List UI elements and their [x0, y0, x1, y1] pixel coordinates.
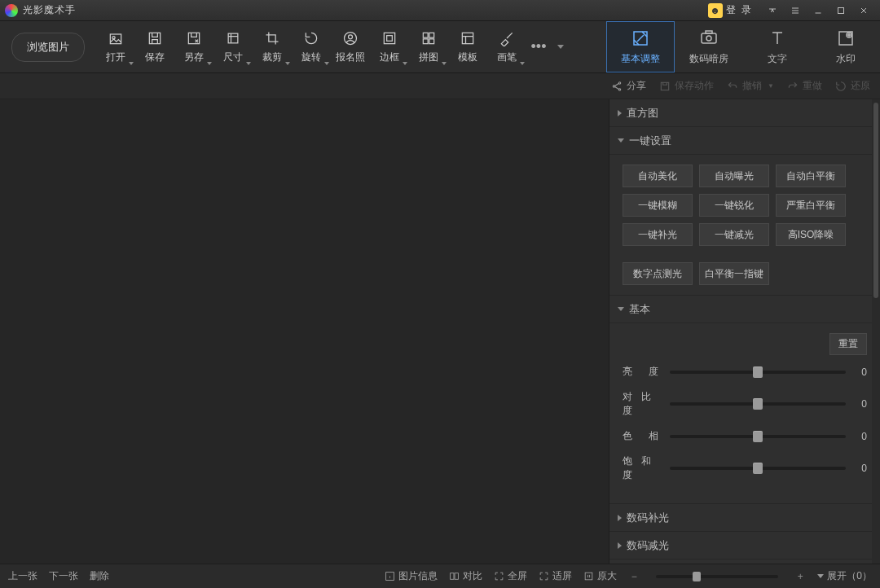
close-button[interactable]: [852, 2, 875, 19]
slider-色　相: 色 相0: [623, 429, 867, 443]
reset-button[interactable]: 重置: [829, 333, 867, 355]
minimize-button[interactable]: [807, 2, 829, 19]
app-title: 光影魔术手: [23, 3, 76, 17]
fullscreen-button[interactable]: 全屏: [494, 569, 527, 583]
svg-rect-27: [455, 573, 458, 580]
svg-rect-14: [462, 33, 473, 43]
toolbar-size-button[interactable]: 尺寸: [213, 24, 253, 70]
svg-rect-9: [387, 36, 393, 42]
slider-value: 0: [854, 431, 867, 442]
toolbar-open-button[interactable]: 打开: [96, 24, 135, 70]
svg-rect-0: [838, 7, 844, 13]
toolbar-more-button[interactable]: •••: [526, 38, 551, 55]
rotate-icon: [302, 29, 320, 47]
section-reduce-light[interactable]: 数码减光: [609, 532, 880, 559]
zoom-out-button[interactable]: −: [628, 571, 640, 582]
basic-tab-icon: [630, 28, 651, 49]
oneclick-严重白平衡-button[interactable]: 严重白平衡: [776, 194, 846, 217]
maximize-button[interactable]: [829, 2, 852, 19]
dropdown-icon[interactable]: [784, 2, 807, 19]
browse-images-button[interactable]: 浏览图片: [11, 33, 85, 62]
delete-button[interactable]: 删除: [90, 569, 109, 583]
toolbar-template-button[interactable]: 模板: [448, 24, 487, 70]
canvas-area[interactable]: [0, 99, 609, 564]
section-oneclick[interactable]: 一键设置: [609, 127, 880, 155]
toolbar-more-arrow-icon[interactable]: [551, 45, 570, 49]
slider-thumb[interactable]: [753, 463, 763, 474]
slider-对 比 度: 对 比 度0: [623, 390, 867, 418]
oneclick-一键减光-button[interactable]: 一键减光: [699, 223, 769, 246]
slider-亮　度: 亮 度0: [623, 365, 867, 379]
image-info-button[interactable]: 图片信息: [385, 569, 438, 583]
svg-rect-3: [149, 33, 160, 43]
redo-button: 重做: [787, 79, 822, 93]
panel-scrollbar[interactable]: [872, 99, 880, 564]
brush-icon: [498, 29, 516, 47]
oneclick-数字点测光-button[interactable]: 数字点测光: [623, 262, 693, 285]
main-toolbar: 浏览图片 打开保存另存尺寸裁剪旋转报名照边框拼图模板画笔 ••• 基本调整数码暗…: [0, 21, 880, 73]
slider-thumb[interactable]: [753, 398, 763, 410]
revert-button: 还原: [835, 79, 870, 93]
expand-panel-button[interactable]: 展开（0）: [817, 569, 872, 583]
login-face-icon[interactable]: ☻: [708, 3, 723, 18]
toolbar-rotate-button[interactable]: 旋转: [292, 24, 331, 70]
login-button[interactable]: 登 录: [726, 3, 753, 17]
svg-rect-11: [429, 33, 434, 37]
tab-text[interactable]: 文字: [743, 21, 812, 72]
prev-image-button[interactable]: 上一张: [8, 569, 37, 583]
slider-label: 饱 和 度: [623, 454, 662, 482]
settings-menu-icon[interactable]: [761, 2, 784, 19]
next-image-button[interactable]: 下一张: [49, 569, 78, 583]
tab-watermark[interactable]: 水印: [812, 21, 880, 72]
share-button[interactable]: 分享: [611, 79, 646, 93]
right-tab-strip: 基本调整数码暗房文字水印: [606, 21, 880, 72]
svg-rect-5: [228, 33, 238, 43]
dropdown-arrow-icon: [324, 62, 329, 65]
slider-thumb[interactable]: [753, 431, 763, 442]
toolbar-idphoto-button[interactable]: 报名照: [331, 24, 370, 70]
dropdown-arrow-icon: [246, 62, 251, 65]
toolbar-saveas-button[interactable]: 另存: [174, 24, 213, 70]
toolbar-save-button[interactable]: 保存: [135, 24, 174, 70]
compare-button[interactable]: 对比: [449, 569, 482, 583]
original-size-button[interactable]: 原大: [583, 569, 617, 583]
svg-rect-13: [429, 39, 434, 44]
section-fill-light[interactable]: 数码补光: [609, 504, 880, 532]
slider-label: 对 比 度: [623, 390, 662, 418]
toolbar-crop-button[interactable]: 裁剪: [253, 24, 292, 70]
zoom-in-button[interactable]: +: [794, 571, 806, 582]
slider-track[interactable]: [670, 371, 846, 374]
oneclick-白平衡一指键-button[interactable]: 白平衡一指键: [699, 262, 769, 285]
svg-point-22: [613, 85, 614, 86]
oneclick-body: 自动美化自动曝光自动白平衡一键模糊一键锐化严重白平衡一键补光一键减光高ISO降噪…: [609, 155, 880, 296]
zoom-slider[interactable]: [656, 575, 778, 578]
save-icon: [146, 29, 164, 47]
oneclick-一键锐化-button[interactable]: 一键锐化: [699, 194, 769, 217]
slider-track[interactable]: [670, 467, 846, 470]
tab-basic[interactable]: 基本调整: [606, 21, 675, 72]
toolbar-border-button[interactable]: 边框: [370, 24, 409, 70]
open-icon: [107, 29, 125, 47]
oneclick-高ISO降噪-button[interactable]: 高ISO降噪: [776, 223, 846, 246]
dropdown-arrow-icon: [129, 62, 134, 65]
slider-track[interactable]: [670, 435, 846, 438]
oneclick-一键补光-button[interactable]: 一键补光: [623, 223, 693, 246]
oneclick-自动白平衡-button[interactable]: 自动白平衡: [776, 165, 846, 187]
fit-screen-button[interactable]: 适屏: [539, 569, 572, 583]
toolbar-collage-button[interactable]: 拼图: [409, 24, 448, 70]
oneclick-一键模糊-button[interactable]: 一键模糊: [623, 194, 693, 217]
toolbar-brush-button[interactable]: 画笔: [487, 24, 526, 70]
oneclick-自动曝光-button[interactable]: 自动曝光: [699, 165, 769, 187]
slider-thumb[interactable]: [753, 366, 763, 378]
svg-rect-10: [423, 33, 428, 37]
border-icon: [381, 29, 398, 47]
section-histogram[interactable]: 直方图: [609, 99, 880, 127]
saveas-icon: [185, 29, 203, 47]
section-basic[interactable]: 基本: [609, 296, 880, 323]
tab-darkroom[interactable]: 数码暗房: [675, 21, 743, 72]
crop-icon: [263, 29, 281, 47]
slider-value: 0: [854, 463, 867, 474]
oneclick-自动美化-button[interactable]: 自动美化: [623, 165, 693, 187]
slider-track[interactable]: [670, 402, 846, 406]
undo-button: 撤销▼: [727, 79, 774, 93]
